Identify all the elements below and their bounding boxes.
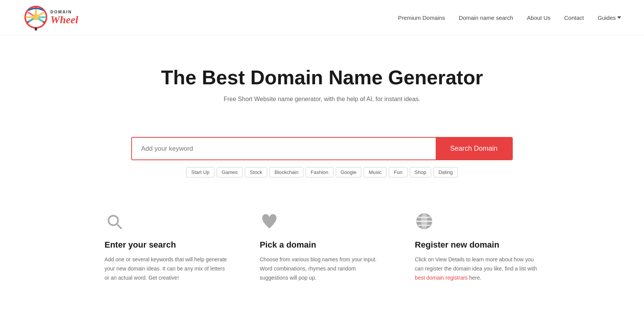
hero-section: The Best Domain Name Generator Free Shor… — [0, 35, 644, 137]
keyword-tag[interactable]: Games — [217, 167, 243, 177]
search-icon — [105, 212, 229, 232]
feature-register-domain-title: Register new domain — [415, 240, 539, 250]
svg-rect-3 — [35, 27, 37, 31]
best-domain-registrars-link[interactable]: best domain registrars — [415, 275, 468, 281]
svg-point-2 — [33, 14, 39, 20]
feature-register-domain-desc: Click on View Details to learn more abou… — [415, 255, 539, 282]
keyword-tag[interactable]: Fun — [389, 167, 407, 177]
logo[interactable]: DOMAIN Wheel — [23, 5, 78, 31]
svg-point-4 — [35, 6, 37, 8]
site-header: DOMAIN Wheel Premium Domains Domain name… — [0, 0, 644, 35]
logo-icon — [23, 5, 49, 31]
feature-enter-search: Enter your search Add one or several key… — [105, 212, 229, 282]
keyword-tag[interactable]: Blockchain — [269, 167, 303, 177]
search-wrapper: Search Domain — [131, 137, 513, 160]
nav-premium-domains[interactable]: Premium Domains — [398, 14, 445, 21]
logo-domain-text: DOMAIN — [50, 10, 78, 14]
globe-icon — [415, 212, 539, 232]
feature-enter-search-desc: Add one or several keywords that will he… — [105, 255, 229, 282]
nav-guides-label: Guides — [597, 14, 616, 21]
heart-icon — [260, 212, 385, 232]
svg-point-5 — [43, 21, 45, 23]
keyword-tag[interactable]: Stock — [245, 167, 267, 177]
nav-guides[interactable]: Guides — [597, 14, 621, 21]
keyword-tag[interactable]: Music — [364, 167, 386, 177]
hero-subtitle: Free Short Website name generator, with … — [8, 96, 636, 103]
main-nav: Premium Domains Domain name search About… — [398, 14, 621, 21]
svg-point-6 — [27, 21, 29, 23]
hero-title: The Best Domain Name Generator — [8, 66, 636, 89]
feature-enter-search-title: Enter your search — [105, 240, 229, 250]
nav-about-us[interactable]: About Us — [527, 14, 551, 21]
logo-wheel-text: Wheel — [50, 14, 78, 26]
feature-register-domain: Register new domain Click on View Detail… — [415, 212, 539, 282]
features-section: Enter your search Add one or several key… — [74, 204, 570, 305]
search-button[interactable]: Search Domain — [436, 138, 512, 159]
keyword-tag[interactable]: Shop — [410, 167, 431, 177]
search-input[interactable] — [132, 138, 436, 159]
feature-pick-domain-title: Pick a domain — [260, 240, 385, 250]
feature-pick-domain-desc: Choose from various blog names from your… — [260, 255, 385, 282]
feature-pick-domain: Pick a domain Choose from various blog n… — [260, 212, 385, 282]
search-container: Search Domain — [0, 137, 644, 160]
keyword-tag[interactable]: Start Up — [186, 167, 214, 177]
nav-domain-name-search[interactable]: Domain name search — [459, 14, 513, 21]
keyword-tag[interactable]: Fashion — [306, 167, 333, 177]
chevron-down-icon — [617, 16, 621, 19]
keyword-tags-container: Start UpGamesStockBlockchainFashionGoogl… — [0, 167, 644, 177]
keyword-tag[interactable]: Dating — [433, 167, 458, 177]
keyword-tag[interactable]: Google — [336, 167, 362, 177]
nav-contact[interactable]: Contact — [564, 14, 584, 21]
